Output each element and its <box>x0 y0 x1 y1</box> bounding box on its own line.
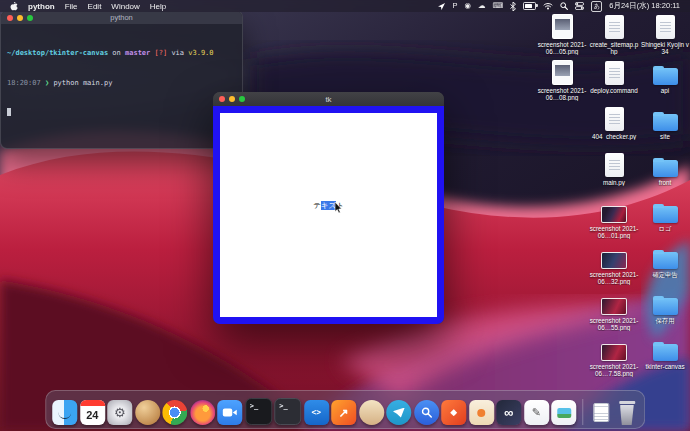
menu-file[interactable]: File <box>65 2 78 11</box>
location-arrow-icon[interactable] <box>438 3 445 10</box>
bluetooth-icon[interactable] <box>510 2 516 11</box>
dock-photos[interactable] <box>551 400 576 425</box>
menu-window[interactable]: Window <box>111 2 139 11</box>
keyboard-status-icon[interactable]: ⌨ <box>492 2 503 10</box>
dock-terminal[interactable]: >_ <box>245 398 272 425</box>
ime-input-icon[interactable]: あ <box>591 1 602 12</box>
desktop-icon[interactable]: screenshot 2021-06…7.58.png <box>589 336 639 382</box>
tk-window-title: tk <box>213 95 444 104</box>
menu-help[interactable]: Help <box>150 2 166 11</box>
menu-clock[interactable]: 6月24日(水) 18:20:11 <box>609 1 680 11</box>
dock-video-call[interactable] <box>217 400 242 425</box>
spotlight-icon[interactable] <box>560 2 568 10</box>
desktop-icon[interactable]: ロゴ <box>640 198 690 244</box>
zoom-button[interactable] <box>239 96 245 102</box>
minimize-button[interactable] <box>17 15 23 21</box>
tk-window[interactable]: tk テキスト <box>213 92 444 324</box>
desktop-icon[interactable]: 確定申告 <box>640 244 690 290</box>
dock-chrome[interactable] <box>162 400 187 425</box>
desktop-icon[interactable]: create_sitemap.php <box>589 14 639 60</box>
desktop-icon[interactable]: 保存用 <box>640 290 690 336</box>
icon-label: screenshot 2021-06…7.58.png <box>589 363 639 377</box>
tk-canvas[interactable]: テキスト <box>220 113 437 317</box>
icon-label: deploy.command <box>589 87 639 94</box>
calendar-header <box>80 400 105 406</box>
dock-search-app[interactable] <box>414 400 439 425</box>
document-file-icon <box>605 15 624 39</box>
desktop-icon[interactable]: screenshot 2021-06…01.png <box>589 198 639 244</box>
icon-label: 確定申告 <box>640 271 690 278</box>
image-file-icon <box>601 344 627 361</box>
desktop-icon[interactable]: tkinter-canvas <box>640 336 690 382</box>
desktop-icon[interactable]: screenshot 2021-06…55.png <box>589 290 639 336</box>
folder-icon <box>653 344 678 361</box>
wifi-icon[interactable] <box>543 2 553 10</box>
code-brackets-icon: <> <box>311 408 321 417</box>
dock-orange-app[interactable]: ◆ <box>441 400 466 425</box>
desktop-icon[interactable]: screenshot 2021-06…05.png <box>537 14 587 60</box>
app-menu-title[interactable]: python <box>28 2 55 11</box>
control-center-icon[interactable] <box>575 2 584 10</box>
close-button[interactable] <box>219 96 225 102</box>
menu-bar-left: python File Edit Window Help <box>10 1 166 11</box>
git-branch: master <box>125 49 150 57</box>
desktop-icon[interactable]: front <box>640 152 690 198</box>
tk-titlebar[interactable]: tk <box>213 92 444 106</box>
desktop-icon[interactable]: deploy.command <box>589 60 639 106</box>
dock-divider <box>582 399 583 425</box>
desktop-icon[interactable]: Shingeki Kyojin v34 <box>640 14 690 60</box>
dock: 24 ⚙ >_ >_ <> ↗ ◆ ∞ ✎ <box>45 390 645 429</box>
p-status-icon[interactable]: P <box>452 2 457 10</box>
dock-terminal-alt[interactable]: >_ <box>274 398 301 425</box>
dock-finder[interactable] <box>52 400 77 425</box>
minimize-button[interactable] <box>229 96 235 102</box>
folder-icon <box>653 298 678 315</box>
terminal-output[interactable]: ~/desktop/tkinter-canvas on master [?] v… <box>1 24 242 142</box>
menu-bar: python File Edit Window Help P ◉ ☁ ⌨ あ 6… <box>0 0 690 12</box>
dock-firefox[interactable] <box>190 400 215 425</box>
cloud-status-icon[interactable]: ☁ <box>478 2 486 10</box>
record-status-icon[interactable]: ◉ <box>464 2 471 10</box>
desktop-icon[interactable]: screenshot 2021-06…32.png <box>589 244 639 290</box>
icon-label: screenshot 2021-06…08.png <box>537 87 587 101</box>
dock-system-preferences[interactable]: ⚙ <box>107 400 132 425</box>
dock-cream-app[interactable] <box>469 400 494 425</box>
close-button[interactable] <box>7 15 13 21</box>
dock-notes[interactable]: ✎ <box>524 400 549 425</box>
zoom-button[interactable] <box>27 15 33 21</box>
dock-trash[interactable] <box>616 400 638 425</box>
terminal-window-controls <box>7 15 33 21</box>
desktop-icon[interactable]: site <box>640 106 690 152</box>
desktop-icon[interactable]: 404_checker.py <box>589 106 639 152</box>
dock-tan-app[interactable] <box>359 400 384 425</box>
battery-icon[interactable] <box>523 2 536 10</box>
document-file-icon <box>605 153 624 177</box>
wifi-glyph <box>543 2 553 10</box>
desktop-icon[interactable]: screenshot 2021-06…08.png <box>537 60 587 106</box>
canvas-text: テキスト <box>220 201 437 211</box>
dock-infinity-app[interactable]: ∞ <box>496 400 521 425</box>
folder-icon <box>653 160 678 177</box>
dock-homebrew[interactable] <box>135 400 160 425</box>
desktop-icon[interactable]: main.py <box>589 152 639 198</box>
terminal-title: python <box>1 13 242 22</box>
prompt-time: 18:20:07 <box>7 79 45 87</box>
icon-label: tkinter-canvas <box>640 363 690 370</box>
terminal-cursor <box>7 108 11 116</box>
dock-calendar[interactable]: 24 <box>80 400 105 425</box>
dock-stats[interactable]: ↗ <box>331 400 356 425</box>
terminal-window[interactable]: python ~/desktop/tkinter-canvas on maste… <box>0 10 243 149</box>
apple-menu[interactable] <box>10 1 18 11</box>
gear-icon: ⚙ <box>114 406 126 419</box>
menu-edit[interactable]: Edit <box>88 2 102 11</box>
chart-arrow-icon: ↗ <box>339 407 349 419</box>
icon-label: screenshot 2021-06…05.png <box>537 41 587 55</box>
terminal-titlebar[interactable]: python <box>1 11 242 24</box>
document-file-icon <box>605 61 624 85</box>
dock-telegram[interactable] <box>386 400 411 425</box>
tk-window-controls <box>219 96 245 102</box>
dock-documents-stack[interactable] <box>588 400 613 425</box>
trash-can-icon <box>620 405 634 425</box>
desktop-icon[interactable]: api <box>640 60 690 106</box>
dock-vscode[interactable]: <> <box>304 400 329 425</box>
